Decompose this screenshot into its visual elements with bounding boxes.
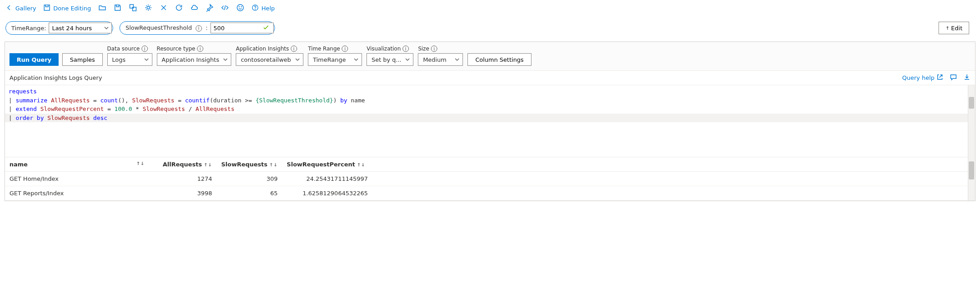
question-icon — [252, 4, 259, 13]
editor-scrollbar[interactable] — [968, 85, 975, 157]
sort-icon: ↑↓ — [204, 162, 212, 167]
col-all-requests[interactable]: AllRequests↑↓ — [158, 157, 217, 172]
smile-icon — [236, 4, 244, 13]
svg-point-8 — [255, 9, 255, 9]
external-link-icon — [936, 73, 943, 82]
help-label: Help — [261, 5, 275, 12]
table-row[interactable]: GET Reports/Index 3998 65 1.625812906453… — [5, 186, 975, 201]
info-icon[interactable]: i — [342, 46, 348, 52]
col-slow-percent[interactable]: SlowRequestPercent↑↓ — [282, 157, 372, 172]
info-icon[interactable]: i — [142, 46, 148, 52]
refresh-icon — [175, 4, 183, 13]
col-slow-requests[interactable]: SlowRequests↑↓ — [217, 157, 282, 172]
visualization-select[interactable]: Set by q... — [366, 53, 413, 66]
application-insights-field: Application Insightsi contosoretailweb — [236, 46, 303, 66]
query-panel: Run Query Samples Data sourcei Logs Reso… — [5, 41, 975, 201]
open-file-button[interactable] — [98, 4, 106, 13]
table-row[interactable]: GET Home/Index 1274 309 24.2543171114599… — [5, 172, 975, 186]
visualization-field: Visualizationi Set by q... — [366, 46, 413, 66]
done-editing-button[interactable]: Done Editing — [43, 4, 91, 13]
info-icon[interactable]: i — [431, 46, 437, 52]
time-range-param-label: TimeRange: — [11, 25, 49, 32]
samples-button[interactable]: Samples — [62, 53, 103, 66]
col-name[interactable]: name↑↓ — [5, 157, 158, 172]
resource-type-field: Resource typei Application Insights — [157, 46, 232, 66]
info-icon[interactable]: i — [196, 25, 202, 32]
help-button[interactable]: Help — [252, 4, 275, 13]
svg-point-4 — [237, 5, 243, 11]
sort-icon: ↑↓ — [136, 161, 145, 166]
code-icon — [221, 4, 229, 13]
delete-button[interactable] — [160, 4, 168, 13]
feedback-button[interactable] — [236, 4, 244, 13]
parameters-row: TimeRange: Last 24 hours SlowRequestThre… — [0, 16, 980, 40]
svg-point-5 — [239, 6, 239, 7]
config-row: Run Query Samples Data sourcei Logs Reso… — [5, 42, 975, 70]
query-editor[interactable]: requests | summarize AllRequests = count… — [5, 85, 975, 157]
slow-threshold-param-label: SlowRequestThreshold i : — [125, 24, 210, 32]
settings-button[interactable] — [144, 4, 152, 13]
svg-rect-0 — [44, 5, 50, 10]
arrow-left-icon — [5, 4, 13, 13]
application-insights-select[interactable]: contosoretailweb — [236, 53, 303, 66]
time-range-param: TimeRange: Last 24 hours — [5, 21, 113, 35]
done-editing-label: Done Editing — [53, 5, 91, 12]
results-table: name↑↓ AllRequests↑↓ SlowRequests↑↓ Slow… — [5, 157, 975, 201]
time-range-select[interactable]: TimeRange — [308, 53, 362, 66]
info-icon[interactable]: i — [403, 46, 409, 52]
gallery-button[interactable]: Gallery — [5, 4, 36, 13]
sort-icon: ↑↓ — [357, 162, 366, 167]
gallery-label: Gallery — [15, 5, 36, 12]
cloud-button[interactable] — [190, 4, 198, 13]
disk-icon — [114, 4, 122, 13]
code-button[interactable] — [221, 4, 229, 13]
workbook-button[interactable] — [129, 4, 137, 13]
gear-icon — [144, 4, 152, 13]
svg-point-3 — [147, 6, 150, 9]
svg-rect-2 — [133, 7, 136, 11]
edit-button[interactable]: ↑ Edit — [939, 22, 969, 34]
download-icon[interactable] — [963, 73, 971, 82]
resource-type-select[interactable]: Application Insights — [157, 53, 232, 66]
svg-point-6 — [241, 6, 242, 7]
caret-up-icon: ↑ — [945, 26, 949, 31]
column-settings-button[interactable]: Column Settings — [467, 53, 531, 66]
svg-rect-1 — [130, 5, 133, 8]
pin-icon — [206, 4, 214, 13]
time-range-field: Time Rangei TimeRange — [308, 46, 362, 66]
query-header: Application Insights Logs Query Query he… — [5, 70, 975, 85]
results-table-container: name↑↓ AllRequests↑↓ SlowRequests↑↓ Slow… — [5, 157, 975, 201]
stack-icon — [129, 4, 137, 13]
data-source-field: Data sourcei Logs — [107, 46, 152, 66]
query-help-link[interactable]: Query help — [902, 73, 943, 82]
top-actions: ↑ Edit — [939, 22, 975, 34]
query-title: Application Insights Logs Query — [9, 74, 102, 81]
size-select[interactable]: Medium — [418, 53, 463, 66]
save-button[interactable] — [114, 4, 122, 13]
info-icon[interactable]: i — [291, 46, 297, 52]
check-icon — [263, 24, 269, 32]
top-toolbar: Gallery Done Editing — [0, 0, 980, 16]
size-field: Sizei Medium — [418, 46, 463, 66]
refresh-button[interactable] — [175, 4, 183, 13]
pin-button[interactable] — [206, 4, 214, 13]
info-icon[interactable]: i — [197, 46, 203, 52]
sort-icon: ↑↓ — [269, 162, 278, 167]
run-query-button[interactable]: Run Query — [9, 53, 59, 66]
cloud-icon — [190, 4, 198, 13]
save-doc-icon — [43, 4, 50, 13]
table-scrollbar[interactable] — [968, 157, 975, 201]
folder-icon — [98, 4, 106, 13]
close-icon — [160, 4, 168, 13]
comment-icon[interactable] — [950, 73, 957, 82]
data-source-select[interactable]: Logs — [107, 53, 152, 66]
slow-threshold-param: SlowRequestThreshold i : — [119, 21, 275, 35]
time-range-param-select[interactable]: Last 24 hours — [49, 23, 112, 33]
